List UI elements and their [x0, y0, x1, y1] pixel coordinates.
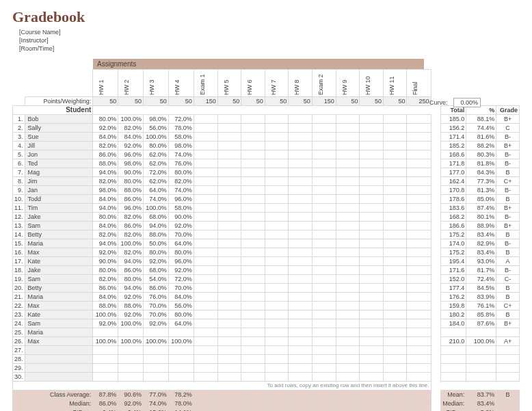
score-cell[interactable]	[312, 302, 336, 310]
score-cell[interactable]	[241, 302, 265, 310]
score-cell[interactable]: 90.0%	[93, 257, 118, 266]
score-cell[interactable]	[360, 150, 384, 159]
score-cell[interactable]	[289, 364, 312, 373]
score-cell[interactable]	[312, 266, 336, 275]
points-cell[interactable]: 150	[312, 97, 336, 106]
score-cell[interactable]	[383, 346, 407, 355]
score-cell[interactable]	[241, 222, 265, 230]
score-cell[interactable]: 96.0%	[118, 204, 144, 213]
score-cell[interactable]	[289, 142, 312, 150]
score-cell[interactable]	[407, 337, 431, 346]
score-cell[interactable]	[217, 239, 241, 248]
score-cell[interactable]	[217, 150, 241, 159]
score-cell[interactable]: 96.0%	[168, 257, 194, 266]
score-cell[interactable]: 94.0%	[118, 257, 144, 266]
score-cell[interactable]	[336, 248, 360, 257]
score-cell[interactable]	[289, 257, 312, 266]
score-cell[interactable]: 62.0%	[144, 177, 169, 186]
score-cell[interactable]	[217, 248, 241, 257]
score-cell[interactable]: 76.0%	[144, 293, 169, 302]
student-name-cell[interactable]: Maria	[25, 293, 93, 302]
score-cell[interactable]	[194, 222, 217, 230]
score-cell[interactable]	[289, 302, 312, 310]
score-cell[interactable]	[360, 310, 384, 319]
score-cell[interactable]	[360, 133, 384, 142]
score-cell[interactable]: 100.0%	[144, 337, 169, 346]
score-cell[interactable]: 80.0%	[118, 177, 144, 186]
score-cell[interactable]	[241, 142, 265, 150]
score-cell[interactable]	[118, 355, 144, 364]
score-cell[interactable]	[360, 364, 384, 373]
score-cell[interactable]	[312, 373, 336, 382]
score-cell[interactable]	[336, 275, 360, 284]
score-cell[interactable]	[312, 159, 336, 168]
score-cell[interactable]: 88.0%	[93, 302, 118, 310]
points-cell[interactable]: 50	[336, 97, 360, 106]
score-cell[interactable]	[360, 186, 384, 195]
score-cell[interactable]	[312, 195, 336, 204]
score-cell[interactable]: 94.0%	[93, 239, 118, 248]
points-cell[interactable]: 150	[194, 97, 217, 106]
score-cell[interactable]	[144, 355, 169, 364]
student-name-cell[interactable]: Maria	[25, 239, 93, 248]
score-cell[interactable]	[241, 159, 265, 168]
score-cell[interactable]: 90.0%	[168, 213, 194, 222]
score-cell[interactable]	[265, 293, 289, 302]
score-cell[interactable]	[312, 355, 336, 364]
score-cell[interactable]: 88.0%	[118, 186, 144, 195]
score-cell[interactable]	[383, 168, 407, 177]
score-cell[interactable]	[289, 337, 312, 346]
score-cell[interactable]: 84.0%	[118, 133, 144, 142]
score-cell[interactable]	[289, 124, 312, 133]
score-cell[interactable]	[217, 159, 241, 168]
score-cell[interactable]: 86.0%	[118, 222, 144, 230]
score-cell[interactable]	[312, 115, 336, 124]
points-cell[interactable]: 50	[360, 97, 384, 106]
score-cell[interactable]: 68.0%	[144, 266, 169, 275]
score-cell[interactable]	[312, 213, 336, 222]
points-cell[interactable]: 50	[217, 97, 241, 106]
score-cell[interactable]: 80.0%	[144, 142, 169, 150]
score-cell[interactable]	[265, 337, 289, 346]
score-cell[interactable]	[360, 115, 384, 124]
score-cell[interactable]	[336, 195, 360, 204]
score-cell[interactable]	[289, 266, 312, 275]
score-cell[interactable]: 86.0%	[118, 266, 144, 275]
score-cell[interactable]	[407, 373, 431, 382]
score-cell[interactable]	[217, 115, 241, 124]
score-cell[interactable]: 98.0%	[118, 159, 144, 168]
score-cell[interactable]: 88.0%	[93, 159, 118, 168]
score-cell[interactable]: 82.0%	[118, 213, 144, 222]
score-cell[interactable]	[217, 328, 241, 337]
score-cell[interactable]	[217, 284, 241, 293]
score-cell[interactable]	[217, 310, 241, 319]
score-cell[interactable]	[312, 124, 336, 133]
score-cell[interactable]	[217, 355, 241, 364]
score-cell[interactable]: 82.0%	[93, 230, 118, 239]
score-cell[interactable]	[360, 284, 384, 293]
score-cell[interactable]	[407, 222, 431, 230]
score-cell[interactable]	[360, 355, 384, 364]
score-cell[interactable]	[383, 186, 407, 195]
score-cell[interactable]	[289, 248, 312, 257]
score-cell[interactable]	[118, 373, 144, 382]
points-cell[interactable]: 50	[118, 97, 144, 106]
score-cell[interactable]	[289, 328, 312, 337]
score-cell[interactable]: 82.0%	[93, 275, 118, 284]
score-cell[interactable]	[241, 337, 265, 346]
score-cell[interactable]	[383, 364, 407, 373]
score-cell[interactable]	[194, 195, 217, 204]
score-cell[interactable]	[336, 115, 360, 124]
score-cell[interactable]: 70.0%	[144, 302, 169, 310]
score-cell[interactable]	[118, 328, 144, 337]
score-cell[interactable]	[336, 364, 360, 373]
score-cell[interactable]	[265, 275, 289, 284]
score-cell[interactable]	[265, 257, 289, 266]
score-cell[interactable]	[241, 168, 265, 177]
score-cell[interactable]: 84.0%	[168, 293, 194, 302]
score-cell[interactable]	[407, 230, 431, 239]
score-cell[interactable]	[407, 248, 431, 257]
score-cell[interactable]: 92.0%	[118, 310, 144, 319]
score-cell[interactable]	[241, 284, 265, 293]
score-cell[interactable]	[360, 275, 384, 284]
